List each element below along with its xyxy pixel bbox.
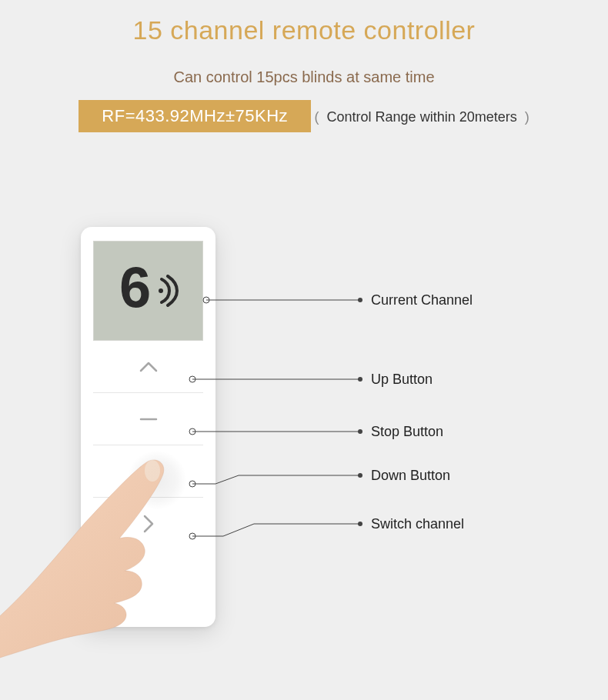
svg-point-11 — [358, 429, 362, 434]
svg-point-8 — [358, 377, 362, 382]
header: 15 channel remote controller Can control… — [0, 0, 608, 148]
svg-point-16 — [358, 473, 362, 478]
svg-point-0 — [159, 288, 163, 293]
signal-icon — [159, 275, 179, 307]
up-button[interactable] — [93, 341, 203, 393]
lcd-screen: 6 — [93, 241, 203, 341]
down-button[interactable] — [93, 445, 203, 498]
remote-controller: 6 — [81, 227, 215, 627]
paren-left: ( — [315, 109, 319, 125]
page-title: 15 channel remote controller — [0, 15, 608, 45]
switch-channel-button[interactable] — [93, 498, 203, 550]
svg-point-21 — [358, 522, 362, 526]
control-range-text: Control Range within 20meters — [327, 109, 517, 125]
label-switch-channel: Switch channel — [371, 516, 464, 532]
minus-icon — [139, 417, 159, 422]
rf-badge: RF=433.92MHz±75KHz — [79, 100, 311, 132]
stop-button[interactable] — [93, 393, 203, 445]
label-up-button: Up Button — [371, 372, 433, 387]
control-range: ( Control Range within 20meters ) — [315, 109, 529, 125]
paren-right: ) — [525, 109, 529, 125]
chevron-up-icon — [139, 360, 159, 374]
svg-point-5 — [358, 298, 362, 302]
label-down-button: Down Button — [371, 468, 450, 483]
svg-line-14 — [215, 475, 239, 484]
channel-number: 6 — [118, 261, 152, 321]
subtitle: Can control 15pcs blinds at same time — [0, 68, 608, 86]
label-stop-button: Stop Button — [371, 424, 443, 439]
svg-line-19 — [223, 524, 254, 536]
label-current-channel: Current Channel — [371, 292, 473, 308]
chevron-down-icon — [139, 465, 159, 478]
chevron-right-icon — [142, 514, 155, 534]
